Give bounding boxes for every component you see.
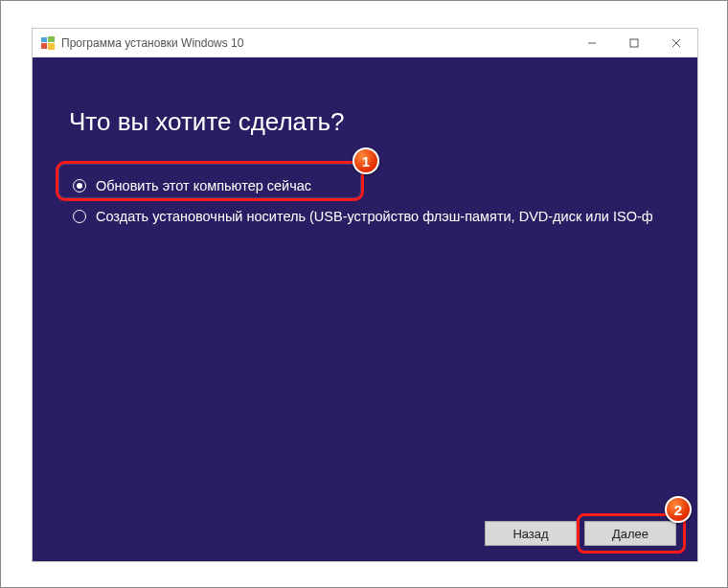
options-group: Обновить этот компьютер сейчас Создать у… [65, 170, 678, 232]
window-title: Программа установки Windows 10 [61, 36, 243, 50]
footer-buttons: Назад Далее [33, 506, 697, 561]
option-label: Обновить этот компьютер сейчас [96, 178, 311, 193]
minimize-button[interactable] [571, 29, 613, 57]
screenshot-frame: Программа установки Windows 10 Что вы хо… [0, 0, 728, 588]
next-button[interactable]: Далее [584, 521, 676, 546]
page-heading: Что вы хотите сделать? [69, 107, 344, 137]
back-button[interactable]: Назад [485, 521, 577, 546]
maximize-button[interactable] [613, 29, 655, 57]
option-label: Создать установочный носитель (USB-устро… [96, 209, 653, 224]
option-upgrade-now[interactable]: Обновить этот компьютер сейчас [65, 170, 678, 201]
close-button[interactable] [655, 29, 697, 57]
svg-rect-5 [630, 39, 638, 47]
svg-rect-3 [48, 43, 55, 50]
svg-rect-0 [41, 37, 47, 42]
svg-rect-2 [41, 43, 47, 49]
titlebar: Программа установки Windows 10 [33, 29, 697, 57]
content-area: Что вы хотите сделать? Обновить этот ком… [33, 57, 697, 561]
installer-window: Программа установки Windows 10 Что вы хо… [32, 28, 698, 562]
app-icon [40, 35, 56, 51]
radio-icon [73, 210, 86, 223]
radio-icon [73, 179, 86, 192]
svg-rect-1 [48, 36, 55, 42]
option-create-media[interactable]: Создать установочный носитель (USB-устро… [65, 201, 678, 232]
